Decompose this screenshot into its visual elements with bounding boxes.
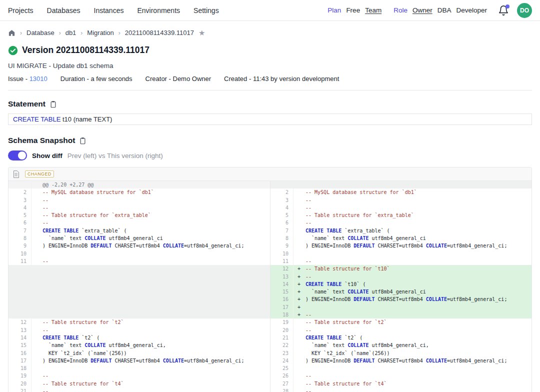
nav-item-projects[interactable]: Projects [8, 6, 34, 14]
show-diff-toggle[interactable] [8, 150, 27, 160]
line-number: 18 [270, 311, 294, 318]
diff-code-line: 25 [270, 364, 532, 372]
diff-editor[interactable]: @@ -2,20 +2,27 @@2-- MySQL database stru… [8, 181, 532, 392]
diff-code-line: 14CREATE TABLE `t2` ( [8, 334, 270, 342]
issue-link[interactable]: 13010 [30, 75, 48, 82]
diff-filler-line [8, 265, 270, 272]
diff-code-line: 2-- MySQL database structure for `db1` [270, 188, 532, 196]
line-content [32, 273, 270, 280]
nav-item-environments[interactable]: Environments [137, 6, 180, 14]
line-number: 7 [8, 227, 32, 234]
diff-code-line: 4-- [270, 204, 532, 212]
line-number: 25 [270, 364, 294, 372]
diff-code-line: 23 KEY `t2_idx` (`name`(256)) [270, 350, 532, 357]
diff-filler-line [270, 181, 532, 188]
line-number: 15 [270, 288, 294, 296]
snapshot-section-header: Schema Snapshot [8, 136, 532, 145]
meta-creator: Creator - Demo Owner [146, 75, 211, 82]
notifications-bell-icon[interactable] [498, 5, 509, 16]
line-number: 21 [8, 388, 32, 392]
line-number [8, 280, 32, 288]
show-diff-label: Show diff [32, 152, 62, 160]
line-content [32, 304, 270, 311]
line-number: 2 [270, 188, 294, 196]
added-line-sign: + [298, 296, 300, 303]
line-content: +-- Table structure for `t10` [294, 265, 532, 272]
diff-code-line: 12-- Table structure for `t2` [8, 318, 270, 326]
diff-panel-header: CHANGED [8, 168, 532, 181]
line-content: -- [32, 326, 270, 334]
line-content [294, 250, 532, 258]
line-content [32, 364, 270, 372]
nav-item-instances[interactable]: Instances [94, 6, 124, 14]
line-number: 18 [8, 364, 32, 372]
diff-code-line: 20-- [270, 326, 532, 334]
copy-snapshot-icon[interactable] [79, 137, 86, 144]
line-content: -- Table structure for `t4` [32, 380, 270, 388]
role-option-developer[interactable]: Developer [456, 6, 487, 14]
breadcrumb-migration[interactable]: Migration [87, 29, 114, 36]
diff-code-line: 11-- [270, 258, 532, 265]
plan-label: Plan [328, 6, 341, 14]
line-number: 23 [270, 350, 294, 357]
diff-code-line: 10 [8, 250, 270, 258]
line-number [270, 181, 294, 188]
diff-code-line: 12+-- Table structure for `t10` [270, 265, 532, 272]
line-content: CREATE TABLE `extra_table` ( [32, 227, 270, 234]
star-bookmark-icon[interactable]: ★ [198, 29, 205, 36]
line-number: 14 [8, 334, 32, 342]
line-number: 6 [270, 219, 294, 226]
diff-code-line: 7CREATE TABLE `extra_table` ( [270, 227, 532, 234]
line-content: ) ENGINE=InnoDB DEFAULT CHARSET=utf8mb4 … [32, 357, 270, 364]
schema-file-icon[interactable] [13, 170, 20, 178]
diff-filler-line [8, 304, 270, 311]
breadcrumb-separator: › [80, 30, 82, 36]
sql-keyword: CREATE TABLE [13, 116, 60, 123]
line-content: -- MySQL database structure for `db1` [32, 188, 270, 196]
show-diff-hint: Prev (left) vs This version (right) [68, 152, 163, 160]
changed-status-badge: CHANGED [25, 170, 54, 178]
role-option-dba[interactable]: DBA [438, 6, 452, 14]
user-avatar[interactable]: DO [517, 3, 532, 18]
line-content: CREATE TABLE `t2` ( [294, 334, 532, 342]
line-content: -- [32, 196, 270, 204]
line-content: -- Table structure for `t4` [294, 380, 532, 388]
diff-code-line: 21CREATE TABLE `t2` ( [270, 334, 532, 342]
plan-option-team[interactable]: Team [365, 6, 382, 14]
diff-code-line: 21-- [8, 388, 270, 392]
nav-item-settings[interactable]: Settings [194, 6, 219, 14]
line-content: ) ENGINE=InnoDB DEFAULT CHARSET=utf8mb4 … [294, 357, 532, 364]
home-icon[interactable] [8, 29, 16, 36]
line-number: 24 [270, 357, 294, 364]
line-number: 16 [270, 296, 294, 303]
line-number: 10 [270, 250, 294, 258]
copy-statement-icon[interactable] [50, 100, 57, 108]
title-row: Version 20211008114339.11017 [8, 45, 532, 56]
line-content: ) ENGINE=InnoDB DEFAULT CHARSET=utf8mb4 … [32, 242, 270, 250]
diff-hunk-header: @@ -2,20 +2,27 @@ [8, 181, 270, 188]
line-content: KEY `t2_idx` (`name`(256)) [294, 350, 532, 357]
nav-item-databases[interactable]: Databases [47, 6, 80, 14]
added-line-sign: + [298, 311, 300, 318]
diff-code-line: 2-- MySQL database structure for `db1` [8, 188, 270, 196]
diff-filler-line [8, 280, 270, 288]
breadcrumb-db1[interactable]: db1 [66, 29, 76, 36]
line-content: -- [294, 258, 532, 265]
line-number: 4 [270, 204, 294, 212]
diff-filler-line [8, 296, 270, 303]
diff-code-line: 15+ `name` text COLLATE utf8mb4_general_… [270, 288, 532, 296]
role-option-owner[interactable]: Owner [412, 6, 432, 14]
diff-code-line: 11-- [8, 258, 270, 265]
diff-code-line: 4-- [8, 204, 270, 212]
plan-option-free[interactable]: Free [346, 6, 360, 14]
line-content: -- [32, 219, 270, 226]
breadcrumb: › Database › db1 › Migration › 202110081… [8, 29, 532, 36]
breadcrumb-database[interactable]: Database [26, 29, 54, 36]
line-number: 4 [8, 204, 32, 212]
breadcrumb-version[interactable]: 20211008114339.11017 [125, 29, 194, 36]
line-content: -- MySQL database structure for `db1` [294, 188, 532, 196]
line-content [32, 311, 270, 318]
line-number: 9 [8, 242, 32, 250]
line-number: 28 [270, 388, 294, 392]
line-content: -- [294, 204, 532, 212]
